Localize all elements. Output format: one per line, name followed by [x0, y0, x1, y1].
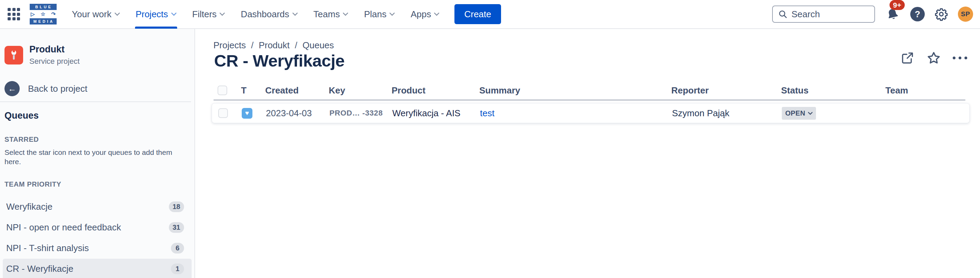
blue-media-logo[interactable]: BLUE ▷☆↷ MEDIA	[30, 4, 57, 24]
select-all-checkbox[interactable]	[218, 85, 227, 95]
export-button[interactable]	[900, 51, 915, 66]
nav-item-apps[interactable]: Apps	[410, 0, 439, 28]
star-icon	[926, 51, 941, 65]
queue-main-content: Projects / Produkt / Queues CR - Weryfik…	[196, 29, 980, 278]
nav-left-cluster: BLUE ▷☆↷ MEDIA Your work Projects Filter…	[6, 0, 501, 28]
column-header-summary[interactable]: Summary	[477, 85, 668, 96]
search-box[interactable]	[772, 6, 875, 23]
queue-label: CR - Weryfikacje	[6, 264, 73, 274]
chevron-down-icon	[115, 13, 120, 16]
cell-reporter: Szymon Pająk	[669, 108, 779, 118]
search-input[interactable]	[791, 9, 870, 20]
project-titles: Produkt Service project	[29, 44, 80, 66]
starred-section-title: STARRED	[5, 136, 194, 144]
notifications-button[interactable]: 9+	[885, 6, 900, 22]
create-button[interactable]: Create	[455, 4, 501, 24]
nav-item-teams[interactable]: Teams	[313, 0, 348, 28]
row-checkbox[interactable]	[218, 108, 228, 118]
chevron-down-icon	[171, 13, 177, 16]
status-label: OPEN	[785, 109, 805, 117]
heart-issue-type-icon	[242, 108, 253, 118]
queue-count-badge: 18	[169, 201, 184, 212]
breadcrumb-produkt[interactable]: Produkt	[259, 40, 290, 51]
cell-key: PROD… -3328	[327, 109, 390, 118]
team-priority-section-title: TEAM PRIORITY	[5, 180, 194, 188]
breadcrumb-queues[interactable]: Queues	[302, 40, 334, 51]
column-header-product[interactable]: Product	[389, 85, 477, 96]
queue-label: Weryfikacje	[6, 201, 52, 212]
project-type: Service project	[29, 57, 80, 66]
notification-badge: 9+	[889, 0, 905, 10]
logo-text-top: BLUE	[30, 4, 57, 10]
queue-table-header: T Created Key Product Summary Reporter S…	[212, 81, 969, 100]
gear-icon	[934, 7, 948, 21]
project-header: Produkt Service project	[5, 44, 194, 66]
queue-label: NPI - open or need feedback	[6, 222, 121, 233]
settings-button[interactable]	[934, 7, 948, 21]
cell-product: Weryfikacja - AIS	[390, 108, 477, 118]
column-header-key[interactable]: Key	[326, 85, 389, 96]
queue-label: NPI - T-shirt analysis	[6, 243, 89, 254]
nav-item-your-work[interactable]: Your work	[72, 0, 120, 28]
project-sidebar: Produkt Service project Back to project …	[0, 29, 195, 278]
queue-list: Weryfikacje 18 NPI - open or need feedba…	[0, 197, 194, 278]
search-icon	[778, 9, 788, 19]
breadcrumb: Projects / Produkt / Queues	[213, 40, 334, 51]
queue-count-badge: 31	[169, 222, 184, 233]
wrench-project-icon	[5, 46, 23, 65]
help-button[interactable]	[910, 7, 925, 21]
chevron-down-icon	[220, 13, 225, 16]
chevron-down-icon	[434, 13, 439, 16]
queue-item-npi-t-shirt-analysis[interactable]: NPI - T-shirt analysis 6	[3, 238, 192, 259]
queue-count-badge: 6	[171, 243, 184, 254]
queue-item-weryfikacje[interactable]: Weryfikacje 18	[3, 197, 192, 217]
export-icon	[900, 51, 915, 65]
breadcrumb-separator: /	[295, 40, 298, 51]
breadcrumb-separator: /	[251, 40, 253, 51]
breadcrumb-projects[interactable]: Projects	[213, 40, 246, 51]
column-header-type[interactable]: T	[235, 85, 262, 96]
queue-item-cr-weryfikacje[interactable]: CR - Weryfikacje 1	[3, 259, 192, 278]
nav-right-cluster: 9+ SP	[772, 0, 973, 28]
nav-item-projects[interactable]: Projects	[136, 0, 177, 28]
more-button[interactable]	[952, 51, 967, 66]
queues-heading: Queues	[5, 111, 194, 121]
back-to-project-label: Back to project	[28, 84, 88, 94]
queue-actions	[900, 51, 967, 66]
back-arrow-icon	[5, 81, 20, 96]
star-button[interactable]	[926, 51, 941, 66]
app-switcher-icon[interactable]	[6, 6, 22, 22]
table-header-underline	[213, 100, 966, 101]
sidebar-divider	[0, 101, 191, 102]
page-title: CR - Weryfikacje	[214, 51, 345, 70]
chevron-down-icon	[390, 13, 395, 16]
top-navigation-bar: BLUE ▷☆↷ MEDIA Your work Projects Filter…	[0, 0, 980, 29]
chevron-down-icon	[343, 13, 348, 16]
chevron-down-icon	[293, 13, 298, 16]
status-dropdown[interactable]: OPEN	[782, 107, 816, 120]
user-avatar[interactable]: SP	[958, 6, 973, 22]
queue-count-badge: 1	[171, 264, 184, 274]
nav-item-dashboards[interactable]: Dashboards	[241, 0, 298, 28]
queue-item-npi-open-or-need-feedback[interactable]: NPI - open or need feedback 31	[3, 217, 192, 238]
chevron-down-icon	[808, 112, 813, 115]
jira-queue-page: BLUE ▷☆↷ MEDIA Your work Projects Filter…	[0, 0, 980, 278]
nav-item-filters[interactable]: Filters	[192, 0, 225, 28]
column-header-created[interactable]: Created	[262, 85, 326, 96]
column-header-reporter[interactable]: Reporter	[668, 85, 778, 96]
summary-link[interactable]: test	[480, 108, 495, 118]
question-mark-icon	[910, 7, 925, 21]
column-header-team[interactable]: Team	[883, 85, 969, 96]
cell-created: 2023-04-03	[263, 108, 327, 118]
table-row[interactable]: 2023-04-03 PROD… -3328 Weryfikacja - AIS…	[212, 103, 970, 123]
logo-text-bottom: MEDIA	[30, 18, 57, 24]
logo-glyphs: ▷☆↷	[30, 11, 57, 17]
back-to-project-button[interactable]: Back to project	[5, 81, 194, 96]
project-name: Produkt	[29, 44, 80, 55]
primary-nav: Your work Projects Filters Dashboards Te…	[72, 0, 439, 28]
nav-item-plans[interactable]: Plans	[364, 0, 395, 28]
column-header-status[interactable]: Status	[778, 85, 883, 96]
starred-description: Select the star icon next to your queues…	[5, 148, 188, 167]
more-horizontal-icon	[953, 57, 967, 59]
